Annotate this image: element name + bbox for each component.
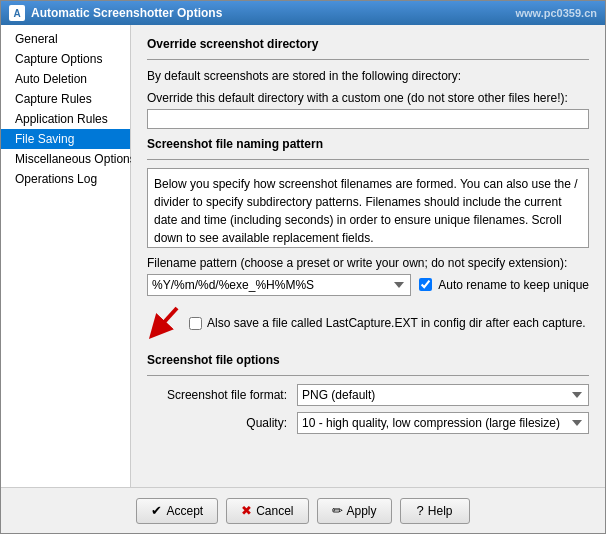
naming-section-title: Screenshot file naming pattern	[147, 137, 589, 151]
sidebar-item-capture-rules[interactable]: Capture Rules	[1, 89, 130, 109]
cancel-icon: ✖	[241, 503, 252, 518]
cancel-button[interactable]: ✖ Cancel	[226, 498, 308, 524]
svg-line-1	[157, 308, 177, 330]
override-label: Override this default directory with a c…	[147, 91, 589, 105]
sidebar-item-capture-options[interactable]: Capture Options	[1, 49, 130, 69]
apply-icon: ✏	[332, 503, 343, 518]
red-arrow-icon	[147, 304, 183, 340]
accept-button[interactable]: ✔ Accept	[136, 498, 218, 524]
sidebar-item-misc-options[interactable]: Miscellaneous Options	[1, 149, 130, 169]
naming-info-text: Below you specify how screenshot filenam…	[154, 177, 578, 245]
window-title: Automatic Screenshotter Options	[31, 6, 222, 20]
accept-icon: ✔	[151, 503, 162, 518]
pattern-label: Filename pattern (choose a preset or wri…	[147, 256, 589, 270]
auto-rename-row: Auto rename to keep unique	[419, 278, 589, 292]
pattern-row: %Y/%m/%d/%exe_%H%M%S Auto rename to keep…	[147, 274, 589, 296]
cancel-label: Cancel	[256, 504, 293, 518]
format-select[interactable]: PNG (default)	[297, 384, 589, 406]
red-arrow-container	[147, 304, 183, 343]
last-capture-checkbox[interactable]	[189, 317, 202, 330]
sidebar-item-application-rules[interactable]: Application Rules	[1, 109, 130, 129]
override-directory-input[interactable]	[147, 109, 589, 129]
content-area: General Capture Options Auto Deletion Ca…	[1, 25, 605, 487]
app-icon: A	[9, 5, 25, 21]
quality-select[interactable]: 10 - high quality, low compression (larg…	[297, 412, 589, 434]
sidebar-item-operations-log[interactable]: Operations Log	[1, 169, 130, 189]
sidebar-item-auto-deletion[interactable]: Auto Deletion	[1, 69, 130, 89]
file-options-title: Screenshot file options	[147, 353, 589, 367]
sidebar: General Capture Options Auto Deletion Ca…	[1, 25, 131, 487]
divider-3	[147, 375, 589, 376]
auto-rename-label: Auto rename to keep unique	[438, 278, 589, 292]
quality-row: Quality: 10 - high quality, low compress…	[147, 412, 589, 434]
naming-info-box: Below you specify how screenshot filenam…	[147, 168, 589, 248]
help-icon: ?	[417, 503, 424, 518]
format-row: Screenshot file format: PNG (default)	[147, 384, 589, 406]
override-description: By default screenshots are stored in the…	[147, 68, 589, 85]
divider-2	[147, 159, 589, 160]
quality-label: Quality:	[147, 416, 297, 430]
override-section-title: Override screenshot directory	[147, 37, 589, 51]
divider-1	[147, 59, 589, 60]
title-bar: A Automatic Screenshotter Options www.pc…	[1, 1, 605, 25]
format-label: Screenshot file format:	[147, 388, 297, 402]
sidebar-item-general[interactable]: General	[1, 29, 130, 49]
pattern-select[interactable]: %Y/%m/%d/%exe_%H%M%S	[147, 274, 411, 296]
main-content: Override screenshot directory By default…	[131, 25, 605, 487]
last-capture-label: Also save a file called LastCapture.EXT …	[207, 316, 586, 330]
sidebar-item-file-saving[interactable]: File Saving	[1, 129, 130, 149]
bottom-bar: ✔ Accept ✖ Cancel ✏ Apply ? Help	[1, 487, 605, 533]
help-label: Help	[428, 504, 453, 518]
accept-label: Accept	[166, 504, 203, 518]
watermark: www.pc0359.cn	[515, 7, 597, 19]
help-button[interactable]: ? Help	[400, 498, 470, 524]
apply-label: Apply	[347, 504, 377, 518]
auto-rename-checkbox[interactable]	[419, 278, 432, 291]
main-window: A Automatic Screenshotter Options www.pc…	[0, 0, 606, 534]
last-capture-row: Also save a file called LastCapture.EXT …	[147, 304, 589, 343]
apply-button[interactable]: ✏ Apply	[317, 498, 392, 524]
